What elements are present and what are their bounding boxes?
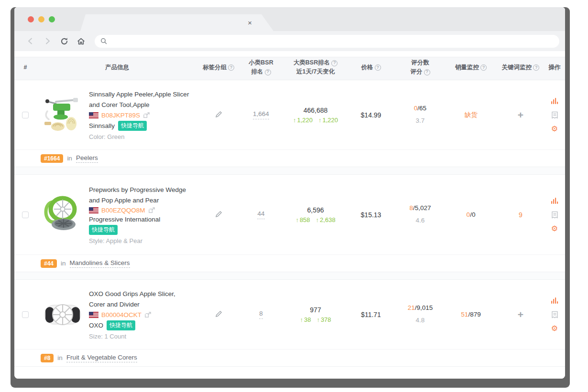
gear-icon[interactable]: ⚙ [551,125,558,133]
table-row: OXO Good Grips Apple Slicer, Corer and D… [14,280,565,350]
price-value: $15.13 [348,211,394,219]
add-keyword-monitor-button[interactable]: + [518,309,523,319]
minimize-window-button[interactable] [38,16,44,22]
row-checkbox[interactable] [22,212,29,218]
rank-footer: #44 in Mandolines & Slicers [14,255,565,272]
add-keyword-monitor-button[interactable]: + [518,110,523,120]
variant-label: Color: Green [89,133,193,140]
col-index: # [14,63,36,72]
help-icon[interactable]: ? [533,64,539,71]
row-checkbox[interactable] [22,112,29,118]
col-actions: 操作 [546,63,563,72]
browser-window: × # 产品信息 标签分组? 小类BSR排名? 大类BSR排名?近1天/7天变化 [11,7,570,388]
product-title[interactable]: OXO Good Grips Apple Slicer, Corer and D… [89,289,193,309]
help-icon[interactable]: ? [375,64,381,71]
asin-link[interactable]: B08JKPT89S [101,112,140,119]
row-checkbox[interactable] [22,311,29,318]
bsr-change-7d: ↑2,638 [316,216,336,223]
col-keyword-monitor: 关键词监控? [495,63,546,72]
rank-footer: #8 in Fruit & Vegetable Corers [14,350,565,367]
maximize-window-button[interactable] [49,16,55,22]
sales-monitor-status[interactable]: 51/879 [461,311,480,318]
help-icon[interactable]: ? [331,60,338,66]
us-flag-icon [89,207,98,213]
chart-icon[interactable] [551,297,558,305]
browser-tab[interactable]: × [80,14,273,31]
reload-button[interactable] [58,35,70,47]
price-value: $11.71 [348,311,394,318]
gear-icon[interactable]: ⚙ [551,325,558,332]
edit-tag-icon[interactable] [215,310,222,319]
help-icon[interactable]: ? [480,64,487,71]
product-image[interactable] [41,193,85,237]
note-icon[interactable] [551,211,558,219]
review-count: 21/9,015 [408,303,433,314]
product-image[interactable] [41,93,85,137]
col-sub-bsr: 小类BSR排名? [239,58,283,77]
sub-bsr-value[interactable]: 8 [259,310,263,319]
help-icon[interactable]: ? [228,64,234,71]
table-row: Prepworks by Progressive Wedge and Pop A… [14,175,565,255]
rank-footer: #1664 in Peelers [14,150,565,167]
category-link[interactable]: Fruit & Vegetable Corers [66,354,137,362]
category-link[interactable]: Peelers [76,154,98,163]
bsr-change-7d: ↑378 [316,316,331,323]
search-icon [100,38,107,44]
quick-nav-badge[interactable]: 快捷导航 [118,121,147,131]
tab-close-icon[interactable]: × [248,19,252,26]
external-link-icon[interactable] [148,207,155,214]
product-title[interactable]: Sinnsally Apple Peeler,Apple Slicer and … [89,89,193,110]
product-image[interactable] [41,293,85,337]
brand-name[interactable]: OXO [89,322,103,329]
variant-label: Style: Apple & Pear [89,237,193,244]
brand-name[interactable]: Progressive International [89,216,160,223]
product-title[interactable]: Prepworks by Progressive Wedge and Pop A… [89,185,193,205]
address-bar[interactable] [95,35,559,48]
edit-tag-icon[interactable] [215,111,222,119]
sales-monitor-status[interactable]: 0/0 [467,211,476,218]
edit-tag-icon[interactable] [215,211,222,219]
page-content: # 产品信息 标签分组? 小类BSR排名? 大类BSR排名?近1天/7天变化 价… [14,51,565,379]
external-link-icon[interactable] [143,112,150,119]
table-row: Sinnsally Apple Peeler,Apple Slicer and … [14,80,565,150]
browser-toolbar [14,31,565,51]
asin-link[interactable]: B00004OCKT [101,311,142,318]
chart-icon[interactable] [551,197,558,205]
asin-link[interactable]: B00EZQQO8M [101,207,145,214]
external-link-icon[interactable] [144,311,152,318]
quick-nav-badge[interactable]: 快捷导航 [107,320,135,330]
note-icon[interactable] [551,311,558,318]
review-count: 0/65 [414,103,426,114]
brand-name[interactable]: Sinnsally [89,122,115,129]
rank-badge: #44 [41,259,57,268]
col-rating: 评分数评分? [394,58,446,77]
note-icon[interactable] [551,111,558,119]
sub-bsr-value[interactable]: 1,664 [253,110,269,119]
quick-nav-badge[interactable]: 快捷导航 [89,225,118,235]
gear-icon[interactable]: ⚙ [551,225,558,233]
bsr-change-7d: ↑1,220 [318,117,338,124]
us-flag-icon [89,112,98,118]
bsr-change-1d: ↑1,220 [293,117,313,124]
rating-value: 4.6 [416,215,425,226]
rating-value: 3.7 [416,116,425,127]
price-value: $14.99 [348,111,394,119]
help-icon[interactable]: ? [424,69,430,75]
titlebar: × [14,7,565,31]
col-big-bsr: 大类BSR排名?近1天/7天变化 [283,58,348,77]
close-window-button[interactable] [28,16,34,22]
chart-icon[interactable] [551,97,558,105]
col-tag-group: 标签分组? [198,63,239,72]
big-bsr-value: 6,596 [307,206,324,214]
keyword-monitor-count[interactable]: 9 [519,211,523,219]
forward-button[interactable] [42,35,53,47]
rating-value: 4.8 [416,315,425,326]
help-icon[interactable]: ? [265,69,271,75]
sub-bsr-value[interactable]: 44 [257,210,264,219]
big-bsr-value: 466,688 [304,106,328,114]
us-flag-icon [89,312,98,318]
category-link[interactable]: Mandolines & Slicers [70,259,130,268]
home-button[interactable] [75,35,87,47]
sales-monitor-status[interactable]: 缺货 [465,111,478,119]
back-button[interactable] [25,35,36,47]
